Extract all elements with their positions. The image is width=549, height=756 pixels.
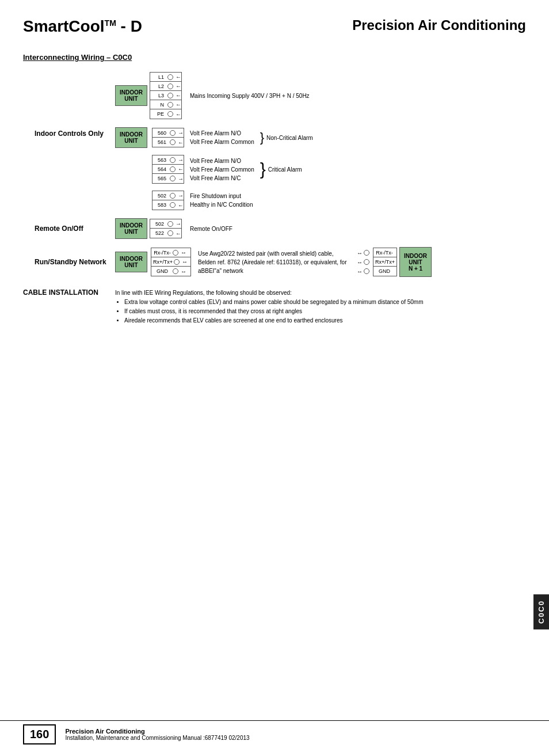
terminal-L2: L2 ←: [150, 82, 181, 91]
cable-content: In line with IEE Wiring Regulations, the…: [115, 288, 424, 325]
right-arrow-1: ↔: [357, 248, 371, 257]
terminal-563: 563 →: [152, 155, 184, 165]
remote-diagram: INDOORUNIT 502 → 522 ← Remote On/OFF: [115, 218, 232, 239]
mains-diagram: INDOORUNIT L1 ← L2 ← L3 ←: [115, 72, 310, 119]
wiring-section: INDOORUNIT L1 ← L2 ← L3 ←: [35, 72, 526, 277]
terminal-522: 522 ←: [150, 229, 181, 238]
alarm-desc-1: Volt Free Alarm N/OVolt Free Alarm Commo…: [190, 129, 254, 146]
network-gnd: GND ↔: [151, 267, 190, 276]
trademark: TM: [105, 18, 116, 28]
terminal-583: 583 ←: [152, 200, 184, 210]
terminal-L1: L1 ←: [150, 73, 181, 82]
terminal-N: N ←: [150, 100, 181, 109]
right-arrow-3: ↔: [357, 267, 371, 276]
right-arrow-2: ↔: [357, 257, 371, 267]
indoor-unit-4: INDOORUNIT: [115, 252, 147, 272]
non-critical-brace: } Non-Critical Alarm: [260, 131, 313, 144]
network-rxtxplus: Rx+/Tx+ ↔: [151, 257, 190, 267]
sidebar-tab: C0C0: [533, 594, 549, 629]
indoor-unit-3: INDOORUNIT: [115, 218, 147, 239]
alarm-desc-2: Volt Free Alarm N/OVolt Free Alarm Commo…: [190, 157, 254, 183]
alarm-row-1: INDOORUNIT 560 → 561 ←: [115, 127, 313, 148]
footer-subtitle: Installation, Maintenance and Commission…: [65, 735, 249, 741]
section-title: Interconnecting Wiring – C0C0: [23, 53, 526, 62]
network-right: ↔ ↔ ↔ Rx-/Tx-: [357, 247, 432, 277]
footer-text: Precision Air Conditioning Installation,…: [65, 728, 249, 741]
network-desc: Use Awg20/22 twisted pair (with overall …: [198, 249, 348, 275]
terminal-560: 560 →: [152, 128, 184, 138]
terminal-L3: L3 ←: [150, 91, 181, 100]
controls-diagram: INDOORUNIT 560 → 561 ←: [115, 127, 313, 210]
cable-point-2: If cables must cross, it is recommended …: [124, 307, 424, 316]
cable-point-1: Extra low voltage control cables (ELV) a…: [124, 298, 424, 307]
terminal-502: 502 →: [152, 191, 184, 200]
right-rxtx-minus: Rx-/Tx-: [373, 248, 396, 257]
mains-terminal-block: L1 ← L2 ← L3 ← N: [150, 72, 182, 119]
mains-desc: Mains Incoming Supply 400V / 3PH + N / 5…: [190, 92, 310, 100]
shutdown-terminal: 502 → 583 ←: [152, 191, 184, 210]
cable-title: CABLE INSTALLATION: [23, 288, 115, 325]
shutdown-row: 502 → 583 ← Fire Shutdown inputHealthy i…: [115, 191, 313, 210]
terminal-564: 564 ←: [152, 165, 184, 174]
right-rxtxplus: Rx+/Tx+: [373, 257, 396, 267]
network-diagram: INDOORUNIT Rx-/Tx- ↔ Rx+/Tx+ ↔ GND: [115, 247, 432, 277]
indoor-unit-1: INDOORUNIT: [115, 85, 147, 106]
mains-row: INDOORUNIT L1 ← L2 ← L3 ←: [35, 72, 526, 119]
terminal-561: 561 ←: [152, 138, 184, 147]
non-critical-label: Non-Critical Alarm: [266, 135, 313, 141]
alarm-row-2: 563 → 564 ← 565 →: [115, 155, 313, 184]
indoor-unit-2: INDOORUNIT: [115, 127, 147, 148]
network-row: Run/Standby Network INDOORUNIT Rx-/Tx- ↔…: [35, 247, 526, 277]
cable-point-3: Airedale recommends that ELV cables are …: [124, 316, 424, 325]
alarm-terminal-2: 563 → 564 ← 565 →: [152, 155, 184, 184]
page: SmartCoolTM - D Precision Air Conditioni…: [0, 0, 549, 756]
footer: 160 Precision Air Conditioning Installat…: [0, 720, 549, 744]
controls-only-label: Indoor Controls Only: [35, 127, 115, 138]
indoor-unit-5: INDOORUNITN + 1: [399, 247, 432, 277]
terminal-565: 565 →: [152, 174, 184, 183]
brand-title: SmartCoolTM - D: [23, 17, 142, 36]
shutdown-desc: Fire Shutdown inputHealthy in N/C Condit…: [190, 192, 253, 209]
network-label: Run/Standby Network: [35, 258, 115, 266]
network-terminal-left: Rx-/Tx- ↔ Rx+/Tx+ ↔ GND ↔: [151, 248, 191, 276]
terminal-PE: PE ←: [150, 109, 181, 119]
page-number: 160: [23, 724, 56, 744]
alarm-terminal-1: 560 → 561 ←: [152, 128, 184, 147]
critical-label: Critical Alarm: [268, 166, 302, 173]
controls-row: Indoor Controls Only INDOORUNIT 560 → 56…: [35, 127, 526, 210]
network-rxtx-minus: Rx-/Tx- ↔: [151, 248, 190, 257]
remote-desc: Remote On/OFF: [190, 225, 232, 233]
cable-intro: In line with IEE Wiring Regulations, the…: [115, 290, 292, 296]
footer-title: Precision Air Conditioning: [65, 728, 249, 735]
right-gnd: GND: [373, 267, 396, 276]
remote-row: Remote On/Off INDOORUNIT 502 → 522 ← Rem…: [35, 218, 526, 239]
remote-label: Remote On/Off: [35, 225, 115, 233]
cable-list: Extra low voltage control cables (ELV) a…: [124, 298, 424, 325]
cable-section: CABLE INSTALLATION In line with IEE Wiri…: [23, 288, 526, 325]
network-terminal-right: Rx-/Tx- Rx+/Tx+ GND: [373, 248, 397, 276]
right-arrows: ↔ ↔ ↔: [357, 248, 371, 276]
remote-terminal: 502 → 522 ←: [150, 219, 182, 238]
terminal-502b: 502 →: [150, 219, 181, 229]
page-subtitle: Precision Air Conditioning: [352, 17, 526, 33]
critical-brace: } Critical Alarm: [260, 161, 302, 178]
page-header: SmartCoolTM - D Precision Air Conditioni…: [23, 17, 526, 36]
